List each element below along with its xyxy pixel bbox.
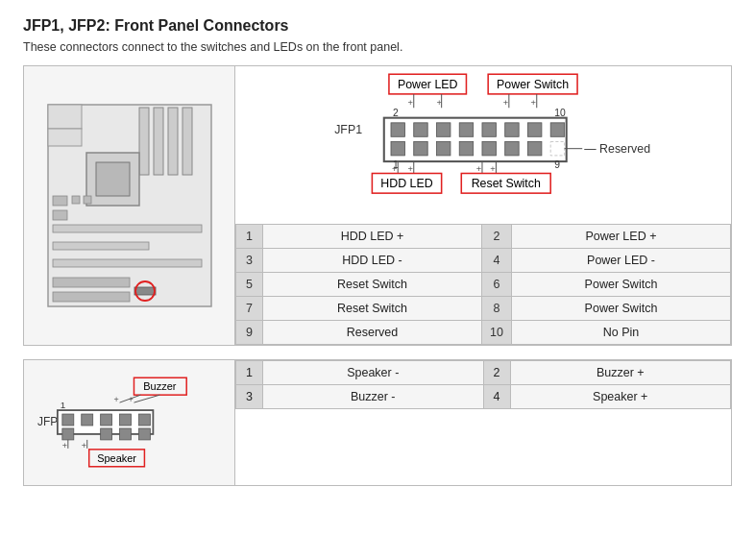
pin-number: 10 bbox=[482, 321, 512, 345]
pin-label: Reset Switch bbox=[263, 297, 482, 321]
svg-rect-3 bbox=[168, 108, 178, 175]
svg-text:9: 9 bbox=[554, 159, 560, 170]
svg-rect-15 bbox=[53, 292, 130, 302]
subtitle: These connectors connect to the switches… bbox=[23, 40, 732, 54]
svg-rect-13 bbox=[84, 196, 91, 204]
svg-rect-45 bbox=[414, 141, 427, 155]
pin-number: 4 bbox=[483, 385, 510, 409]
pin-number: 9 bbox=[236, 321, 263, 345]
table-row: 1 Speaker - 2 Buzzer + bbox=[236, 361, 731, 385]
svg-rect-18 bbox=[48, 105, 82, 129]
svg-rect-49 bbox=[505, 141, 519, 155]
svg-rect-79 bbox=[101, 414, 112, 426]
svg-text:Power Switch: Power Switch bbox=[497, 78, 569, 91]
table-row: 3 HDD LED - 4 Power LED - bbox=[236, 249, 731, 273]
svg-text:+: + bbox=[503, 98, 508, 108]
jfp1-right: Power LED Power Switch + + + + JFP1 bbox=[235, 66, 731, 345]
svg-rect-41 bbox=[505, 123, 519, 136]
table-row: 7 Reset Switch 8 Power Switch bbox=[236, 297, 731, 321]
table-row: 3 Buzzer - 4 Speaker + bbox=[236, 385, 731, 409]
pin-label: Speaker - bbox=[263, 361, 484, 385]
svg-text:1: 1 bbox=[61, 400, 66, 410]
svg-rect-37 bbox=[414, 123, 427, 136]
pin-number: 2 bbox=[483, 361, 510, 385]
svg-rect-42 bbox=[527, 123, 541, 136]
svg-rect-50 bbox=[527, 141, 541, 155]
svg-rect-83 bbox=[101, 428, 112, 440]
svg-text:Buzzer: Buzzer bbox=[143, 380, 176, 392]
jfp2-table: 1 Speaker - 2 Buzzer + 3 Buzzer - 4 Spea… bbox=[235, 360, 731, 409]
pin-number: 3 bbox=[236, 385, 263, 409]
pin-label: HDD LED - bbox=[263, 249, 482, 273]
table-row: 1 HDD LED + 2 Power LED + bbox=[236, 225, 731, 249]
pin-label: Power Switch bbox=[511, 297, 730, 321]
pin-label: Power LED - bbox=[511, 249, 730, 273]
svg-rect-39 bbox=[459, 123, 473, 136]
jfp2-table-container: 1 Speaker - 2 Buzzer + 3 Buzzer - 4 Spea… bbox=[235, 360, 731, 485]
jfp1-diagram: Power LED Power Switch + + + + JFP1 bbox=[235, 66, 731, 220]
jfp1-table: 1 HDD LED + 2 Power LED + 3 HDD LED - 4 … bbox=[235, 224, 731, 345]
jfp2-section: JFP2 Buzzer + + 1 bbox=[23, 359, 732, 486]
svg-rect-81 bbox=[138, 414, 150, 426]
table-row: 9 Reserved 10 No Pin bbox=[236, 321, 731, 345]
svg-rect-46 bbox=[436, 141, 450, 155]
pin-label: Buzzer - bbox=[263, 385, 484, 409]
svg-text:+: + bbox=[436, 98, 441, 108]
svg-rect-80 bbox=[120, 414, 132, 426]
svg-text:JFP1: JFP1 bbox=[334, 123, 362, 136]
motherboard-image bbox=[24, 66, 235, 345]
svg-text:+: + bbox=[114, 395, 119, 404]
svg-text:Reset Switch: Reset Switch bbox=[472, 177, 541, 190]
pin-number: 3 bbox=[236, 249, 263, 273]
table-row: 5 Reset Switch 6 Power Switch bbox=[236, 273, 731, 297]
svg-rect-78 bbox=[82, 414, 93, 426]
svg-rect-82 bbox=[62, 428, 74, 440]
pin-label: Reserved bbox=[263, 321, 482, 345]
svg-text:+: + bbox=[408, 98, 413, 108]
svg-text:+: + bbox=[531, 98, 536, 108]
svg-text:+: + bbox=[82, 441, 86, 450]
svg-rect-36 bbox=[391, 123, 404, 136]
svg-rect-9 bbox=[53, 259, 202, 267]
pin-label: Buzzer + bbox=[510, 361, 731, 385]
svg-rect-16 bbox=[134, 287, 156, 295]
svg-rect-44 bbox=[391, 141, 404, 155]
pin-label: Reset Switch bbox=[263, 273, 482, 297]
svg-text:HDD LED: HDD LED bbox=[380, 177, 432, 190]
svg-rect-11 bbox=[53, 210, 67, 220]
pin-label: HDD LED + bbox=[263, 225, 482, 249]
pin-number: 5 bbox=[236, 273, 263, 297]
svg-rect-43 bbox=[550, 123, 564, 136]
svg-text:2: 2 bbox=[393, 108, 399, 118]
svg-text:Power LED: Power LED bbox=[398, 78, 458, 91]
pin-label: Power LED + bbox=[511, 225, 730, 249]
svg-text:+: + bbox=[129, 395, 134, 404]
svg-rect-12 bbox=[72, 196, 80, 204]
pin-number: 2 bbox=[482, 225, 512, 249]
pin-number: 6 bbox=[482, 273, 512, 297]
svg-rect-19 bbox=[48, 129, 82, 146]
pin-label: Speaker + bbox=[510, 385, 731, 409]
pin-label: No Pin bbox=[511, 321, 730, 345]
svg-text:+: + bbox=[62, 441, 67, 450]
svg-rect-47 bbox=[459, 141, 473, 155]
svg-rect-51 bbox=[550, 141, 564, 155]
svg-text:— Reserved: — Reserved bbox=[584, 142, 650, 156]
pin-number: 1 bbox=[236, 225, 263, 249]
svg-rect-40 bbox=[482, 123, 496, 136]
pin-number: 7 bbox=[236, 297, 263, 321]
svg-rect-7 bbox=[53, 225, 202, 232]
svg-rect-77 bbox=[62, 414, 74, 426]
jfp2-diagram: JFP2 Buzzer + + 1 bbox=[24, 360, 235, 485]
svg-rect-38 bbox=[436, 123, 450, 136]
pin-number: 4 bbox=[482, 249, 512, 273]
svg-text:Speaker: Speaker bbox=[97, 452, 136, 464]
svg-rect-14 bbox=[53, 278, 130, 287]
svg-rect-84 bbox=[120, 428, 132, 440]
jfp1-section: Power LED Power Switch + + + + JFP1 bbox=[23, 65, 732, 346]
pin-number: 8 bbox=[482, 297, 512, 321]
svg-rect-48 bbox=[482, 141, 496, 155]
page-title: JFP1, JFP2: Front Panel Connectors bbox=[23, 17, 732, 35]
svg-rect-1 bbox=[139, 108, 149, 175]
pin-label: Power Switch bbox=[511, 273, 730, 297]
